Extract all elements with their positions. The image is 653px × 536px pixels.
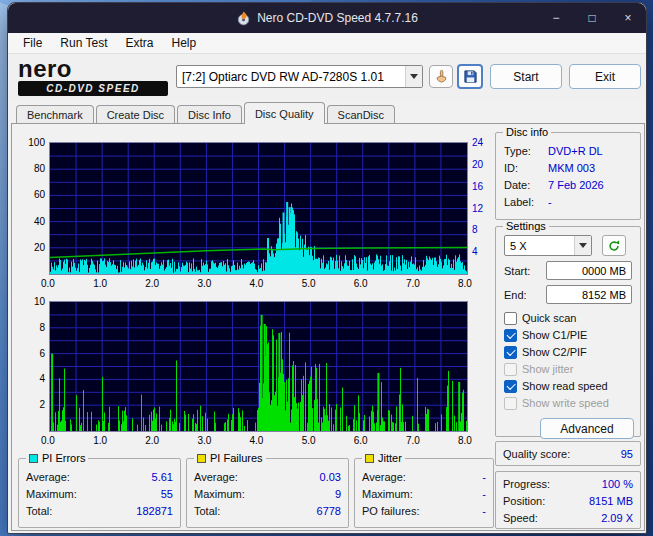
drive-selector[interactable]: [7:2] Optiarc DVD RW AD-7280S 1.01	[176, 65, 423, 88]
checkbox-box	[504, 312, 517, 325]
menu-run-test[interactable]: Run Test	[51, 34, 116, 52]
position-row: Position: 8151 MB	[496, 492, 640, 509]
disc-id-label: ID:	[504, 162, 548, 174]
menu-file[interactable]: File	[14, 34, 51, 52]
axis-tick: 12	[472, 203, 483, 214]
speed-value: 2.09 X	[601, 512, 633, 524]
speed-row: Speed: 2.09 X	[496, 509, 640, 526]
stat-label: Total:	[26, 505, 52, 517]
end-position-label: End:	[504, 289, 546, 301]
axis-tick: 0.0	[41, 435, 55, 446]
axis-tick: 8.0	[458, 278, 472, 289]
disc-type-row: Type: DVD+R DL	[496, 142, 640, 159]
checkbox-label: Show C1/PIE	[522, 329, 587, 341]
tab-scandisc[interactable]: ScanDisc	[327, 105, 395, 123]
drive-selector-value: [7:2] Optiarc DVD RW AD-7280S 1.01	[177, 70, 405, 84]
titlebar[interactable]: Nero CD-DVD Speed 4.7.7.16 − □ ×	[8, 3, 646, 33]
disc-id-value: MKM 003	[548, 162, 595, 174]
pi-errors-summary: PI Errors Average:5.61 Maximum:55 Total:…	[18, 458, 181, 528]
toolbar: nero CD-DVD SPEED [7:2] Optiarc DVD RW A…	[8, 54, 646, 102]
logo-subtext: CD-DVD SPEED	[18, 81, 168, 96]
checkbox-label: Show C2/PIF	[522, 346, 587, 358]
minimize-button[interactable]: −	[538, 3, 574, 33]
checkbox-box	[504, 397, 517, 410]
checkbox-box	[504, 380, 517, 393]
tab-create-disc[interactable]: Create Disc	[96, 105, 175, 123]
stat-value: 5.61	[152, 471, 173, 483]
quality-score-value: 95	[621, 448, 633, 460]
tab-benchmark[interactable]: Benchmark	[16, 105, 94, 123]
axis-tick: 4	[472, 246, 478, 257]
checkbox-show-c1-pie[interactable]: Show C1/PIE	[504, 328, 632, 342]
axis-tick: 40	[34, 216, 45, 227]
stat-label: Total:	[194, 505, 220, 517]
disc-label-value: -	[548, 196, 552, 208]
checkbox-show-jitter[interactable]: Show jitter	[504, 362, 632, 376]
tab-disc-info[interactable]: Disc Info	[177, 105, 242, 123]
axis-tick: 5.0	[302, 278, 316, 289]
tab-disc-quality[interactable]: Disc Quality	[244, 102, 325, 124]
start-position-label: Start:	[504, 265, 546, 277]
axis-tick: 7.0	[406, 278, 420, 289]
app-icon	[236, 11, 251, 26]
disc-type-label: Type:	[504, 145, 548, 157]
hand-icon	[434, 69, 449, 84]
checkbox-show-c2-pif[interactable]: Show C2/PIF	[504, 345, 632, 359]
checkbox-box	[504, 363, 517, 376]
menu-bar: File Run Test Extra Help	[8, 33, 646, 54]
stat-label: Average:	[26, 471, 70, 483]
scan-speed-value: 5 X	[505, 240, 574, 252]
quality-score-label: Quality score:	[503, 448, 570, 460]
options-button[interactable]	[429, 65, 453, 88]
refresh-button[interactable]	[602, 235, 626, 256]
chevron-down-icon	[574, 236, 591, 255]
maximize-button[interactable]: □	[574, 3, 610, 33]
checkbox-show-write-speed[interactable]: Show write speed	[504, 396, 632, 410]
checkbox-label: Show jitter	[522, 363, 573, 375]
settings-box: Settings 5 X	[495, 226, 641, 437]
jitter-summary-title: Jitter	[378, 452, 402, 464]
stat-value: -	[482, 488, 486, 500]
stat-value: 55	[161, 488, 173, 500]
window-title: Nero CD-DVD Speed 4.7.7.16	[257, 11, 418, 25]
menu-extra[interactable]: Extra	[116, 34, 162, 52]
checkbox-show-read-speed[interactable]: Show read speed	[504, 379, 632, 393]
scan-speed-select[interactable]: 5 X	[504, 235, 592, 256]
axis-tick: 6	[39, 348, 45, 359]
disc-info-box: Disc info Type: DVD+R DL ID: MKM 003 Dat…	[495, 132, 641, 220]
logo-text: nero	[18, 57, 168, 81]
position-label: Position:	[503, 495, 545, 507]
start-position-input[interactable]: 0000 MB	[546, 261, 632, 280]
stat-value: 182871	[136, 505, 173, 517]
axis-tick: 0.0	[41, 278, 55, 289]
axis-tick: 5.0	[302, 435, 316, 446]
stat-label: Average:	[194, 471, 238, 483]
settings-title: Settings	[506, 220, 546, 232]
disc-label-row: Label: -	[496, 193, 640, 210]
axis-tick: 20	[34, 242, 45, 253]
exit-button[interactable]: Exit	[569, 64, 641, 89]
title-group: Nero CD-DVD Speed 4.7.7.16	[236, 11, 418, 26]
advanced-button[interactable]: Advanced	[540, 418, 634, 439]
menu-help[interactable]: Help	[163, 34, 206, 52]
close-button[interactable]: ×	[610, 3, 646, 33]
axis-tick: 16	[472, 181, 483, 192]
progress-value: 100 %	[602, 478, 633, 490]
checkbox-quick-scan[interactable]: Quick scan	[504, 311, 632, 325]
pi-failures-chart: 2468100.01.02.03.04.05.06.07.08.0	[49, 301, 468, 432]
tab-strip: Benchmark Create Disc Disc Info Disc Qua…	[16, 102, 397, 123]
stat-value: -	[482, 505, 486, 517]
axis-tick: 6.0	[354, 278, 368, 289]
disc-info-title: Disc info	[506, 126, 548, 138]
save-button[interactable]	[457, 64, 483, 89]
axis-tick: 1.0	[93, 278, 107, 289]
pi-failures-summary-title: PI Failures	[210, 452, 263, 464]
progress-label: Progress:	[503, 478, 550, 490]
start-button[interactable]: Start	[490, 64, 562, 89]
axis-tick: 2.0	[145, 278, 159, 289]
app-window: Nero CD-DVD Speed 4.7.7.16 − □ × File Ru…	[7, 2, 647, 534]
stat-value: 9	[335, 488, 341, 500]
pi-errors-chart: 2040608010048121620240.01.02.03.04.05.06…	[49, 142, 468, 275]
axis-tick: 3.0	[197, 278, 211, 289]
end-position-input[interactable]: 8152 MB	[546, 285, 632, 304]
